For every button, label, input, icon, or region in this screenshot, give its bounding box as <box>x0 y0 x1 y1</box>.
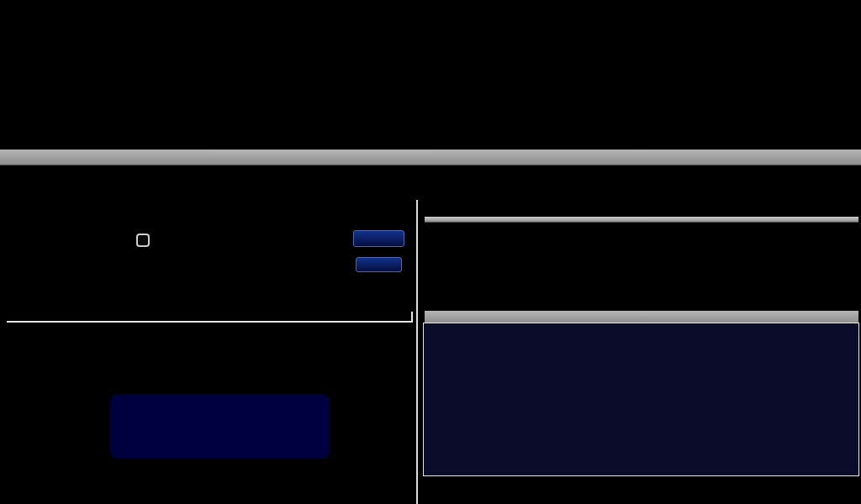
playback-progress-bar[interactable] <box>7 312 413 323</box>
af-frequency-ruler[interactable] <box>425 311 858 323</box>
af-spectrum-canvas[interactable] <box>424 323 676 449</box>
lo-a-badge[interactable] <box>136 234 150 247</box>
rf-spectrum[interactable] <box>0 165 861 197</box>
af-scroll-strip[interactable] <box>425 217 858 223</box>
freqmgr-button[interactable] <box>353 230 404 247</box>
dsp-button-panel <box>110 394 330 459</box>
panel-divider <box>416 200 418 504</box>
rf-spectrum-canvas[interactable] <box>0 165 252 197</box>
af-waterfall[interactable] <box>0 0 252 126</box>
extio-button[interactable] <box>356 257 402 272</box>
hdsdr-app <box>0 0 861 504</box>
rf-frequency-ruler[interactable] <box>0 150 861 165</box>
af-spectrum[interactable] <box>423 323 859 476</box>
